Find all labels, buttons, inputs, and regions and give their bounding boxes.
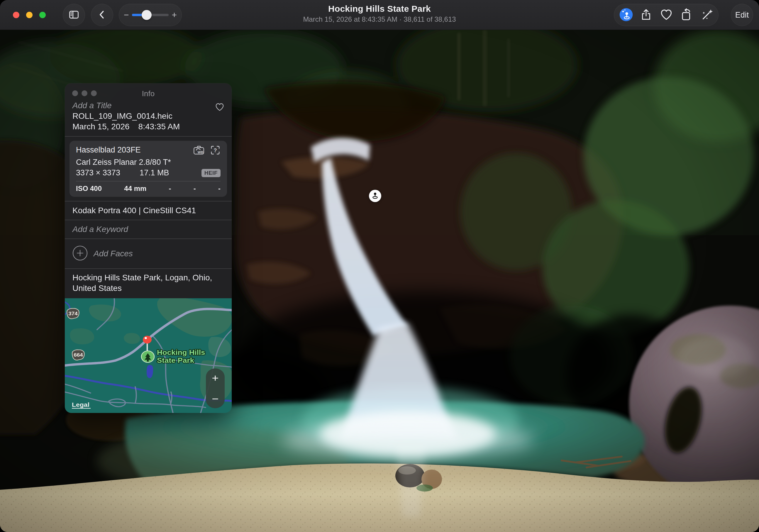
format-badge: HEIF: [201, 169, 220, 177]
close-window-button[interactable]: [13, 12, 20, 18]
legal-label: Legal: [72, 401, 90, 408]
favorite-heart-icon[interactable]: [215, 102, 225, 113]
info-panel: Info Add a Title ROLL_109_IMG_0014.heic …: [65, 83, 232, 413]
camera-info-card: Hasselblad 203FE WB: [69, 141, 227, 197]
edit-button-label: Edit: [735, 11, 749, 20]
camera-help-icon[interactable]: ?: [210, 145, 220, 157]
zoom-out-icon[interactable]: −: [124, 11, 129, 20]
favorite-button[interactable]: [658, 7, 674, 23]
visual-lookup-badge-icon: [619, 8, 633, 22]
chevron-left-icon: [96, 9, 108, 21]
exif-shutter: -: [218, 184, 220, 193]
edit-button[interactable]: Edit: [731, 4, 753, 26]
location-map[interactable]: 374 664 Hocking Hill: [65, 298, 232, 413]
info-panel-header[interactable]: Info: [65, 83, 232, 99]
capture-time: 8:43:35 AM: [139, 121, 180, 132]
slider-track[interactable]: [132, 14, 169, 16]
map-zoom-control[interactable]: + −: [206, 368, 225, 408]
add-faces-label: Add Faces: [94, 248, 133, 259]
camera-wb-icon[interactable]: WB: [193, 145, 205, 157]
image-dimensions: 3373 × 3373: [76, 168, 140, 178]
rotate-icon: [680, 8, 693, 22]
thumbnail-zoom-slider[interactable]: − +: [119, 4, 182, 26]
help-label: ?: [214, 147, 217, 153]
exif-focal-length: 44 mm: [124, 184, 146, 193]
photos-window: − + Hocking Hills State Park March 15, 2…: [0, 0, 759, 532]
window-controls: [13, 12, 46, 18]
wb-label: WB: [198, 150, 203, 154]
map-zoom-out-button[interactable]: −: [212, 393, 219, 405]
camera-card-divider: [76, 181, 220, 182]
add-faces-button[interactable]: Add Faces: [65, 238, 232, 268]
exif-aperture: -: [194, 184, 196, 193]
heart-icon: [659, 8, 673, 22]
sidebar-icon: [68, 9, 80, 22]
magic-wand-icon: [700, 8, 713, 22]
back-button[interactable]: [91, 4, 113, 26]
minimize-window-button[interactable]: [26, 12, 32, 18]
capture-date: March 15, 2026: [72, 121, 130, 132]
landmark-lookup-badge[interactable]: [369, 190, 381, 202]
route-shield-664: 664: [72, 350, 85, 360]
map-zoom-in-button[interactable]: +: [212, 372, 219, 384]
zoom-in-icon[interactable]: +: [172, 11, 177, 20]
map-legal-link[interactable]: Legal: [72, 401, 91, 409]
sidebar-toggle-button[interactable]: [63, 4, 85, 26]
location-text: Hocking Hills State Park, Logan, Ohio, U…: [65, 268, 232, 298]
dropped-pin-icon: [143, 336, 152, 344]
poi-label-line2: State Park: [157, 357, 194, 364]
fullscreen-window-button[interactable]: [39, 12, 46, 18]
info-panel-title: Info: [65, 89, 232, 98]
file-size: 17.1 MB: [140, 168, 201, 178]
share-icon: [640, 8, 653, 22]
toolbar: − + Hocking Hills State Park March 15, 2…: [0, 0, 759, 30]
shield-374-label: 374: [68, 311, 78, 316]
camera-lens: Carl Zeiss Planar 2.8/80 T*: [76, 157, 220, 168]
poi-label-line1: Hocking Hills: [157, 349, 205, 356]
auto-enhance-button[interactable]: [698, 7, 715, 23]
add-keyword-field[interactable]: Add a Keyword: [65, 220, 232, 238]
exif-ev: -: [169, 184, 171, 193]
route-shield-374: 374: [67, 308, 79, 319]
toolbar-actions: [614, 4, 719, 26]
map-pin-icon: [371, 191, 380, 201]
rotate-button[interactable]: [678, 7, 695, 23]
shield-664-label: 664: [74, 352, 83, 358]
plus-circle-icon: [72, 245, 88, 262]
photo-canvas[interactable]: Info Add a Title ROLL_109_IMG_0014.heic …: [0, 30, 759, 532]
title-section: Add a Title ROLL_109_IMG_0014.heic March…: [65, 99, 232, 137]
camera-body: Hasselblad 203FE: [76, 144, 193, 155]
share-button[interactable]: [638, 7, 654, 23]
visual-lookup-button[interactable]: [618, 7, 634, 23]
filename: ROLL_109_IMG_0014.heic: [72, 111, 224, 121]
slider-knob[interactable]: [142, 10, 152, 20]
add-title-field[interactable]: Add a Title: [72, 100, 224, 111]
exif-row: ISO 400 44 mm - - -: [76, 184, 220, 193]
exif-iso: ISO 400: [76, 184, 102, 193]
caption-field[interactable]: Kodak Portra 400 | CineStill CS41: [65, 201, 232, 220]
